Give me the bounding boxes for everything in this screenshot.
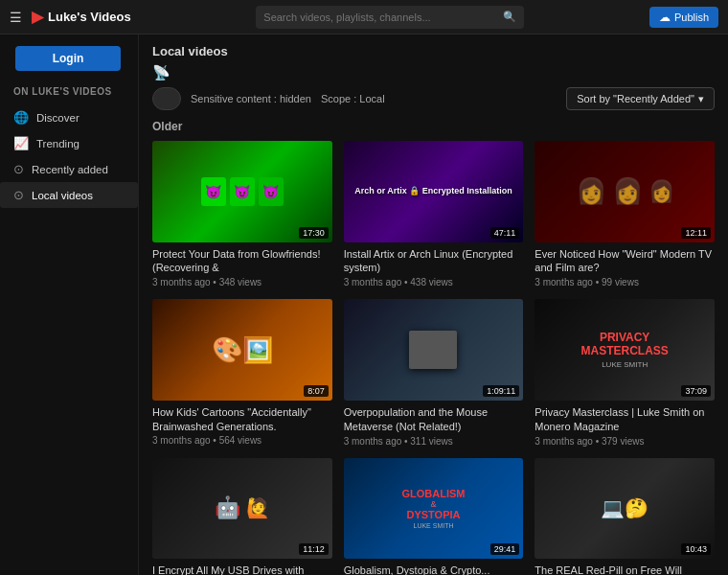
- search-bar: 🔍: [256, 6, 524, 29]
- video-title-3: Ever Noticed How "Weird" Modern TV and F…: [535, 247, 715, 276]
- logo-text: Luke's Videos: [48, 10, 131, 24]
- layout: Login ON LUKE'S VIDEOS 🌐 Discover 📈 Tren…: [0, 34, 728, 575]
- duration-badge-3: 12:11: [681, 227, 711, 239]
- duration-badge-2: 47:11: [490, 227, 520, 239]
- video-thumbnail-3: 👩 👩 👩 12:11: [535, 141, 715, 242]
- logo: ▶ Luke's Videos: [32, 8, 131, 26]
- sidebar-item-local-videos[interactable]: ⊙ Local videos: [0, 182, 138, 208]
- trending-icon: 📈: [13, 136, 29, 150]
- filter-pill-all[interactable]: [152, 87, 181, 110]
- video-thumbnail-4: 🎨🖼️ 8:07: [152, 299, 332, 401]
- video-meta-3: 3 months ago • 99 views: [535, 277, 715, 288]
- video-card-9[interactable]: 💻🤔 10:43 The REAL Red-Pill on Free Will …: [535, 458, 715, 576]
- duration-badge-1: 17:30: [299, 227, 329, 239]
- video-title-2: Install Artix or Arch Linux (Encrypted s…: [344, 247, 524, 276]
- sidebar-item-label: Local videos: [32, 190, 93, 201]
- sidebar-item-label: Trending: [36, 138, 80, 150]
- video-thumbnail-8: GLOBALISM & DYSTOPIA LUKE SMITH 29:41: [344, 458, 524, 560]
- video-grid: 😈 😈 😈 17:30 Protect Your Data from Glowf…: [152, 141, 715, 575]
- video-thumbnail-9: 💻🤔 10:43: [535, 458, 715, 560]
- video-card-8[interactable]: GLOBALISM & DYSTOPIA LUKE SMITH 29:41 Gl…: [344, 458, 524, 576]
- discover-icon: 🌐: [13, 110, 29, 125]
- publish-icon: ☁: [659, 11, 671, 24]
- video-thumbnail-1: 😈 😈 😈 17:30: [152, 141, 332, 242]
- login-button[interactable]: Login: [15, 46, 121, 71]
- video-title-5: Overpopulation and the Mouse Metaverse (…: [344, 405, 524, 434]
- duration-badge-9: 10:43: [681, 543, 711, 555]
- video-card-3[interactable]: 👩 👩 👩 12:11 Ever Noticed How "Weird" Mod…: [535, 141, 715, 288]
- filter-scope: Scope : Local: [321, 93, 385, 104]
- duration-badge-4: 8:07: [304, 385, 329, 397]
- search-icon[interactable]: 🔍: [503, 11, 516, 23]
- sidebar-item-discover[interactable]: 🌐 Discover: [0, 104, 138, 130]
- feed-icon[interactable]: 📡: [152, 64, 715, 81]
- sidebar-item-label: Discover: [36, 112, 80, 124]
- video-thumbnail-7: 🤖 🙋 11:12: [152, 458, 332, 560]
- search-container: 🔍: [141, 6, 640, 29]
- recently-added-icon: ⊙: [13, 162, 24, 176]
- duration-badge-5: 1:09:11: [483, 385, 519, 397]
- video-card-5[interactable]: 1:09:11 Overpopulation and the Mouse Met…: [344, 299, 524, 446]
- duration-badge-8: 29:41: [490, 543, 520, 555]
- publish-label: Publish: [674, 12, 709, 23]
- chevron-down-icon: ▾: [698, 93, 704, 105]
- video-title-8: Globalism, Dystopia & Crypto...: [344, 564, 524, 575]
- publish-button[interactable]: ☁ Publish: [649, 7, 718, 28]
- local-videos-icon: ⊙: [13, 188, 24, 202]
- logo-icon: ▶: [32, 8, 43, 26]
- video-title-1: Protect Your Data from Glowfriends! (Rec…: [152, 247, 332, 276]
- video-thumbnail-2: Arch or Artix 🔒 Encrypted Installation 4…: [344, 141, 524, 242]
- sidebar-section-label: ON LUKE'S VIDEOS: [0, 82, 138, 101]
- sort-label: Sort by "Recently Added": [577, 93, 694, 104]
- video-title-6: Privacy Masterclass | Luke Smith on Mone…: [535, 405, 715, 434]
- filter-sensitive: Sensitive content : hidden: [191, 93, 311, 104]
- video-card-2[interactable]: Arch or Artix 🔒 Encrypted Installation 4…: [344, 141, 524, 288]
- header: ☰ ▶ Luke's Videos 🔍 ☁ Publish: [0, 0, 728, 34]
- video-title-7: I Encrypt All My USB Drives with: [152, 564, 332, 575]
- video-thumbnail-5: 1:09:11: [344, 299, 524, 401]
- video-meta-2: 3 months ago • 438 views: [344, 277, 524, 288]
- duration-badge-7: 11:12: [299, 543, 329, 555]
- sidebar-item-label: Recently added: [32, 164, 108, 175]
- video-card-4[interactable]: 🎨🖼️ 8:07 How Kids' Cartoons "Accidentall…: [152, 299, 332, 446]
- sidebar-item-recently-added[interactable]: ⊙ Recently added: [0, 156, 138, 182]
- video-meta-5: 3 months ago • 311 views: [344, 436, 524, 447]
- video-meta-6: 3 months ago • 379 views: [535, 436, 715, 447]
- video-thumbnail-6: PRIVACYMASTERCLASS LUKE SMITH 37:09: [535, 299, 715, 401]
- search-input[interactable]: [263, 12, 503, 23]
- older-label: Older: [152, 120, 715, 133]
- filters-row: Sensitive content : hidden Scope : Local…: [152, 87, 715, 110]
- duration-badge-6: 37:09: [681, 385, 711, 397]
- video-title-4: How Kids' Cartoons "Accidentally" Brainw…: [152, 405, 332, 434]
- main-content: Local videos 📡 Sensitive content : hidde…: [139, 34, 728, 575]
- video-title-9: The REAL Red-Pill on Free Will: [535, 564, 715, 575]
- video-meta-4: 3 months ago • 564 views: [152, 435, 332, 446]
- sort-button[interactable]: Sort by "Recently Added" ▾: [566, 87, 715, 110]
- video-card-7[interactable]: 🤖 🙋 11:12 I Encrypt All My USB Drives wi…: [152, 458, 332, 576]
- page-title: Local videos: [152, 44, 715, 58]
- sidebar-item-trending[interactable]: 📈 Trending: [0, 130, 138, 156]
- video-meta-1: 3 months ago • 348 views: [152, 277, 332, 288]
- video-card-6[interactable]: PRIVACYMASTERCLASS LUKE SMITH 37:09 Priv…: [535, 299, 715, 446]
- video-card-1[interactable]: 😈 😈 😈 17:30 Protect Your Data from Glowf…: [152, 141, 332, 288]
- menu-icon[interactable]: ☰: [10, 10, 22, 25]
- sidebar: Login ON LUKE'S VIDEOS 🌐 Discover 📈 Tren…: [0, 34, 139, 575]
